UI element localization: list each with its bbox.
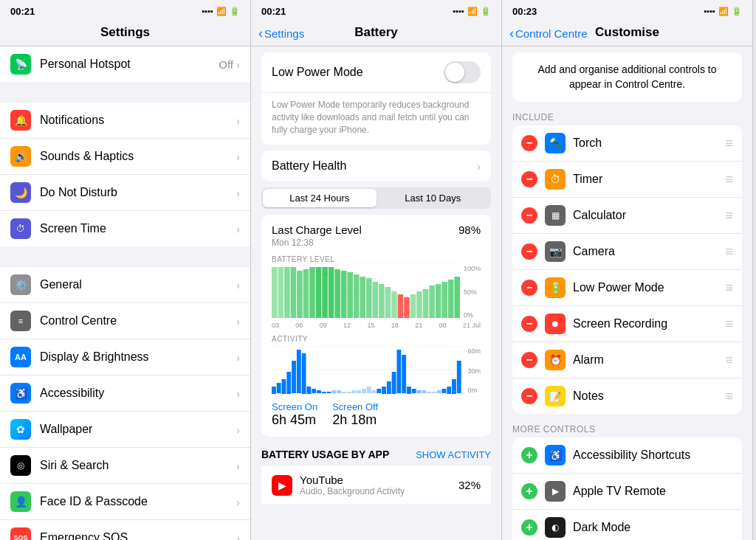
svg-rect-63 <box>402 355 406 393</box>
status-bar-3: 00:23 ▪▪▪▪ 📶 🔋 <box>502 0 752 21</box>
hotspot-chevron: › <box>236 58 240 71</box>
add-accessibility-btn[interactable]: + <box>521 447 537 463</box>
low-power-row[interactable]: Low Power Mode <box>261 52 491 93</box>
add-darkmode-btn[interactable]: + <box>521 519 537 536</box>
status-bar-1: 00:21 ▪▪▪▪ 📶 🔋 <box>0 0 250 21</box>
low-power-section: Low Power Mode Low Power Mode temporaril… <box>261 52 491 145</box>
svg-rect-10 <box>316 267 322 318</box>
include-camera-row[interactable]: − 📷 Camera ≡ <box>512 234 742 270</box>
svg-rect-15 <box>347 272 353 318</box>
include-torch-row[interactable]: − 🔦 Torch ≡ <box>512 125 742 162</box>
tl-00: 00 <box>439 322 447 329</box>
remove-calculator-btn[interactable]: − <box>521 207 537 224</box>
remove-camera-btn[interactable]: − <box>521 243 537 260</box>
include-lowpower-row[interactable]: − 🔋 Low Power Mode ≡ <box>512 270 742 306</box>
low-power-toggle[interactable] <box>444 61 481 83</box>
add-accessibility-row[interactable]: + ♿ Accessibility Shortcuts <box>512 437 742 474</box>
include-screenrec-row[interactable]: − ⏺ Screen Recording ≡ <box>512 306 742 342</box>
svg-rect-8 <box>303 269 309 318</box>
timer-drag[interactable]: ≡ <box>725 172 733 187</box>
hotspot-icon: 📡 <box>10 54 31 75</box>
svg-rect-21 <box>385 287 391 318</box>
general-chevron: › <box>236 279 240 291</box>
remove-torch-btn[interactable]: − <box>521 135 537 151</box>
torch-drag[interactable]: ≡ <box>725 136 733 151</box>
general-row[interactable]: ⚙️ General › <box>0 267 250 303</box>
dnd-row[interactable]: 🌙 Do Not Disturb › <box>0 175 250 211</box>
sos-label: Emergency SOS <box>40 531 236 540</box>
tl-12: 12 <box>343 322 351 329</box>
alarm-drag[interactable]: ≡ <box>725 353 733 368</box>
calculator-drag[interactable]: ≡ <box>725 208 733 224</box>
lowpower-drag[interactable]: ≡ <box>725 280 733 296</box>
svg-rect-20 <box>379 284 385 318</box>
screentime-label: Screen Time <box>40 222 236 235</box>
lowpower-control-icon: 🔋 <box>545 277 566 298</box>
faceid-label: Face ID & Passcode <box>40 495 236 508</box>
remove-timer-btn[interactable]: − <box>521 171 537 187</box>
tl-date: 21 Jul <box>463 322 481 329</box>
svg-rect-70 <box>437 390 441 393</box>
act-y-30: 30m <box>467 367 481 375</box>
accessibility-shortcuts-icon: ♿ <box>545 445 566 465</box>
svg-rect-29 <box>436 284 441 318</box>
accessibility-row[interactable]: ♿ Accessibility › <box>0 375 250 412</box>
svg-rect-57 <box>372 390 377 393</box>
battery-level-chart-title: BATTERY LEVEL <box>272 255 481 263</box>
include-label: INCLUDE <box>502 108 752 125</box>
dnd-chevron: › <box>236 187 240 199</box>
faceid-row[interactable]: 👤 Face ID & Passcode › <box>0 484 250 520</box>
camera-drag[interactable]: ≡ <box>725 244 733 260</box>
svg-rect-14 <box>341 271 347 318</box>
youtube-percent: 32% <box>458 479 481 491</box>
screentime-chevron: › <box>236 223 240 235</box>
battery-health-row[interactable]: Battery Health › <box>261 150 491 181</box>
segment-24h[interactable]: Last 24 Hours <box>263 189 377 207</box>
battery-back-button[interactable]: ‹ Settings <box>258 26 304 41</box>
remove-alarm-btn[interactable]: − <box>521 352 537 368</box>
svg-rect-69 <box>432 392 436 393</box>
accessibility-label: Accessibility <box>40 387 236 400</box>
segment-control[interactable]: Last 24 Hours Last 10 Days <box>261 187 491 209</box>
screentime-row[interactable]: ⏱ Screen Time › <box>0 211 250 246</box>
include-alarm-row[interactable]: − ⏰ Alarm ≡ <box>512 342 742 378</box>
charge-date: Mon 12:38 <box>272 238 481 248</box>
add-appletv-row[interactable]: + ▶ Apple TV Remote <box>512 474 742 510</box>
signal-icon-2: ▪▪▪▪ <box>453 7 464 15</box>
sos-chevron: › <box>236 532 240 541</box>
remove-notes-btn[interactable]: − <box>521 388 537 404</box>
sounds-row[interactable]: 🔊 Sounds & Haptics › <box>0 139 250 175</box>
control-row[interactable]: ≡ Control Centre › <box>0 303 250 339</box>
screen-off-value: 2h 18m <box>332 412 378 428</box>
include-notes-row[interactable]: − 📝 Notes ≡ <box>512 378 742 414</box>
notifications-row[interactable]: 🔔 Notifications › <box>0 103 250 139</box>
youtube-row[interactable]: ▶ YouTube Audio, Background Activity 32% <box>261 466 491 504</box>
timer-label: Timer <box>573 173 725 186</box>
notifications-label: Notifications <box>40 114 236 127</box>
segment-10d[interactable]: Last 10 Days <box>377 189 490 207</box>
include-calculator-row[interactable]: − ▦ Calculator ≡ <box>512 198 742 234</box>
status-icons-2: ▪▪▪▪ 📶 🔋 <box>453 7 491 16</box>
screen-on-value: 6h 45m <box>272 412 317 428</box>
add-appletv-btn[interactable]: + <box>521 483 537 499</box>
sos-row[interactable]: SOS Emergency SOS › <box>0 520 250 540</box>
personal-hotspot-row[interactable]: 📡 Personal Hotspot Off › <box>0 46 250 82</box>
show-activity-button[interactable]: SHOW ACTIVITY <box>416 449 491 460</box>
charge-percent: 98% <box>458 224 481 236</box>
notes-drag[interactable]: ≡ <box>725 389 733 404</box>
siri-row[interactable]: ◎ Siri & Search › <box>0 448 250 484</box>
wifi-icon: 📶 <box>216 7 227 16</box>
control-back-button[interactable]: ‹ Control Centre <box>509 26 588 41</box>
add-darkmode-row[interactable]: + ◐ Dark Mode <box>512 510 742 540</box>
back-label: Settings <box>264 27 304 40</box>
svg-rect-25 <box>410 294 416 318</box>
screen-off-label: Screen Off <box>332 401 378 412</box>
display-row[interactable]: AA Display & Brightness › <box>0 339 250 375</box>
remove-lowpower-btn[interactable]: − <box>521 280 537 296</box>
include-timer-row[interactable]: − ⏱ Timer ≡ <box>512 162 742 198</box>
svg-rect-67 <box>422 390 426 393</box>
remove-screenrec-btn[interactable]: − <box>521 316 537 332</box>
screenrec-drag[interactable]: ≡ <box>725 316 733 332</box>
wallpaper-row[interactable]: ✿ Wallpaper › <box>0 412 250 448</box>
svg-rect-16 <box>354 274 360 318</box>
